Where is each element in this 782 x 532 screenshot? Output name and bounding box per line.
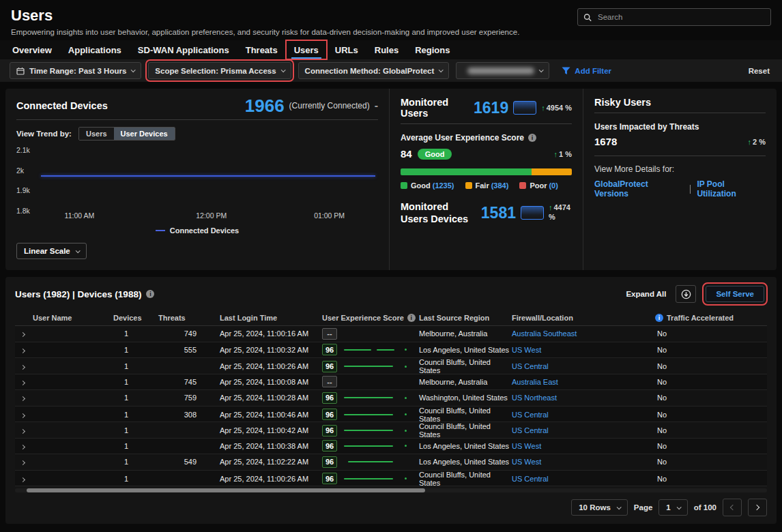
table-row[interactable]: 1 Apr 25, 2024, 11:00:42 AM 96 Council B… xyxy=(15,422,767,439)
info-icon[interactable] xyxy=(528,134,536,142)
tab[interactable]: SD-WAN Applications xyxy=(130,40,237,59)
connected-devices-chart: 2.1k 2k 1.9k 1.8k xyxy=(16,146,378,211)
table-row[interactable]: 1 749 Apr 25, 2024, 11:00:16 AM -- Melbo… xyxy=(15,326,767,342)
main-content: Connected Devices 1966 (Currently Connec… xyxy=(0,82,782,524)
tab[interactable]: Applications xyxy=(60,40,130,59)
table-row[interactable]: 1 759 Apr 25, 2024, 11:00:28 AM 96 Washi… xyxy=(15,390,767,407)
search-icon xyxy=(583,13,592,22)
table-row[interactable]: 1 745 Apr 25, 2024, 11:00:08 AM -- Melbo… xyxy=(15,374,767,391)
scale-select[interactable]: Linear Scale xyxy=(16,243,87,259)
cell-firewall-location[interactable]: US Central xyxy=(512,426,655,434)
download-button[interactable] xyxy=(676,285,696,303)
cell-traffic-accelerated: No xyxy=(655,426,767,434)
cell-score: -- xyxy=(322,328,419,340)
filter-pill[interactable] xyxy=(456,62,549,79)
self-serve-button[interactable]: Self Serve xyxy=(706,286,764,302)
expand-row-icon[interactable] xyxy=(20,445,25,449)
expand-row-icon[interactable] xyxy=(20,429,25,434)
expand-row-icon[interactable] xyxy=(20,332,25,337)
divider xyxy=(594,156,766,156)
reset-button[interactable]: Reset xyxy=(749,67,770,75)
col-traffic-accelerated[interactable]: Traffic Accelerated xyxy=(655,314,767,322)
time-range-icon xyxy=(16,67,25,75)
table-row[interactable]: 1 Apr 25, 2024, 11:00:26 AM 96 Council B… xyxy=(15,471,767,487)
cell-firewall-location[interactable]: US West xyxy=(512,346,655,354)
table-row[interactable]: 1 549 Apr 25, 2024, 11:02:22 AM 96 Los A… xyxy=(15,454,767,471)
expand-row-icon[interactable] xyxy=(20,381,25,385)
col-devices[interactable]: Devices xyxy=(113,314,158,322)
page-select[interactable]: 1 xyxy=(658,499,687,516)
expand-all-button[interactable]: Expand All xyxy=(626,290,666,298)
chevron-down-icon xyxy=(131,68,136,72)
table-row[interactable]: 1 Apr 25, 2024, 11:00:26 AM 96 Council B… xyxy=(15,358,767,374)
legend-line-swatch xyxy=(156,230,165,231)
toggle-users[interactable]: Users xyxy=(79,128,114,140)
cell-firewall-location[interactable]: US Central xyxy=(512,362,655,370)
col-user-name[interactable]: User Name xyxy=(33,314,113,322)
cell-region: Los Angeles, United States xyxy=(419,442,512,450)
expand-row-icon[interactable] xyxy=(20,477,25,482)
col-last-source-region[interactable]: Last Source Region xyxy=(419,314,512,322)
cell-firewall-location[interactable]: US Central xyxy=(512,475,655,483)
scrollbar-thumb[interactable] xyxy=(27,488,425,492)
tab[interactable]: Regions xyxy=(407,40,458,59)
impacted-label: Users Impacted by Threats xyxy=(594,122,699,132)
users-table-card: Users (1982) | Devices (1988) Expand All… xyxy=(5,277,777,524)
expand-row-icon[interactable] xyxy=(20,396,25,401)
cell-firewall-location[interactable]: Australia East xyxy=(512,378,655,386)
impacted-delta: 2 % xyxy=(748,138,766,146)
tab[interactable]: Users xyxy=(286,40,327,59)
rows-per-page-select[interactable]: 10 Rows xyxy=(571,499,628,516)
filter-label: Scope Selection: Prisma Access xyxy=(155,67,276,75)
cell-firewall-location[interactable]: US Central xyxy=(512,411,655,419)
add-filter-button[interactable]: Add Filter xyxy=(562,67,611,75)
globalprotect-versions-link[interactable]: GlobalProtect Versions xyxy=(594,179,684,198)
ip-pool-utilization-link[interactable]: IP Pool Utilization xyxy=(697,179,766,198)
page-subtitle: Empowering insights into user behavior, … xyxy=(11,28,771,36)
expand-row-icon[interactable] xyxy=(20,349,25,353)
search-box[interactable] xyxy=(577,8,771,26)
legend-label: Connected Devices xyxy=(170,226,239,235)
fair-swatch xyxy=(465,182,472,189)
score-sparkline xyxy=(344,475,407,482)
filter-pill[interactable]: Connection Method: GlobalProtect xyxy=(298,62,450,79)
cell-firewall-location[interactable]: Australia Southeast xyxy=(512,329,655,338)
table-row[interactable]: 1 555 Apr 25, 2024, 11:00:32 AM 96 Los A… xyxy=(15,342,767,359)
connected-devices-title: Connected Devices xyxy=(16,100,108,111)
cell-threats: 555 xyxy=(158,346,220,354)
info-icon[interactable] xyxy=(146,290,154,298)
expand-row-icon[interactable] xyxy=(20,413,25,417)
col-last-login[interactable]: Last Login Time xyxy=(220,314,322,322)
tab[interactable]: Rules xyxy=(366,40,407,59)
search-input[interactable] xyxy=(596,12,765,22)
col-user-experience-score[interactable]: User Experience Score xyxy=(322,314,419,322)
tab[interactable]: Overview xyxy=(4,40,60,59)
table-row[interactable]: 1 Apr 25, 2024, 11:00:38 AM 96 Los Angel… xyxy=(15,439,767,455)
cell-firewall-location[interactable]: US West xyxy=(512,442,655,450)
col-firewall-location[interactable]: Firewall/Location xyxy=(512,314,655,322)
cell-traffic-accelerated: No xyxy=(655,475,767,483)
info-icon[interactable] xyxy=(407,314,416,322)
cell-traffic-accelerated: No xyxy=(655,411,767,419)
previous-page-button[interactable] xyxy=(723,499,742,516)
col-threats[interactable]: Threats xyxy=(158,314,220,322)
score-badge: 96 xyxy=(322,456,337,468)
tab-label: Rules xyxy=(375,45,399,55)
expand-row-icon[interactable] xyxy=(20,365,25,370)
cell-score: 96 xyxy=(322,361,419,372)
tab[interactable]: Threats xyxy=(237,40,286,59)
filter-pill[interactable]: Scope Selection: Prisma Access xyxy=(148,62,291,79)
expand-row-icon[interactable] xyxy=(20,460,25,465)
next-page-button[interactable] xyxy=(748,499,767,516)
table-row[interactable]: 1 308 Apr 25, 2024, 11:00:46 AM 96 Counc… xyxy=(15,407,767,423)
tab[interactable]: URLs xyxy=(327,40,366,59)
cell-firewall-location[interactable]: US West xyxy=(512,458,655,466)
toggle-user-devices[interactable]: User Devices xyxy=(114,128,175,140)
page-header: Users Empowering insights into user beha… xyxy=(0,0,782,40)
trend-thumbnail-icon[interactable] xyxy=(521,206,544,220)
filter-pill[interactable]: Time Range: Past 3 Hours xyxy=(10,62,141,79)
cell-firewall-location[interactable]: US Northeast xyxy=(512,394,655,402)
trend-thumbnail-icon[interactable] xyxy=(513,101,536,115)
info-icon[interactable] xyxy=(655,314,663,322)
cell-score: 96 xyxy=(322,409,419,420)
